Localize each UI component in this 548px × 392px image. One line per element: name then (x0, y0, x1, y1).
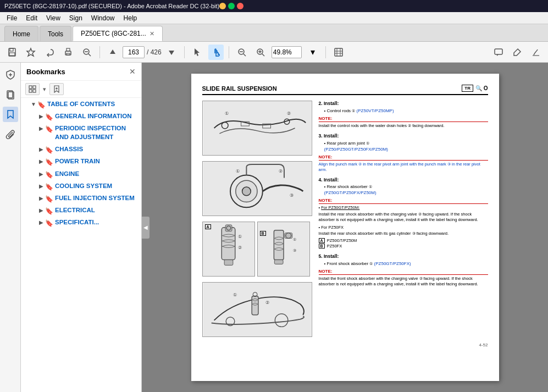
powertrain-expand-icon[interactable]: ▶ (37, 158, 45, 165)
general-expand-icon[interactable]: ▶ (37, 113, 45, 120)
sep2 (184, 46, 185, 58)
security-icon-button[interactable] (3, 67, 18, 82)
s2-note-text: Install the control rods with the water … (319, 123, 488, 129)
svg-rect-6 (67, 53, 70, 55)
hand-tool-button[interactable] (208, 45, 224, 60)
bookmark-electrical[interactable]: ▶ 🔖 ELECTRICAL (21, 204, 141, 216)
svg-rect-57 (224, 260, 233, 266)
s2-title: 2. Install: (319, 101, 488, 107)
page-number-input[interactable] (123, 46, 145, 58)
next-page-button[interactable] (164, 45, 179, 60)
chassis-expand-icon[interactable]: ▶ (37, 146, 45, 153)
engine-expand-icon[interactable]: ▶ (37, 170, 45, 178)
pdf-scroll-container[interactable]: SLIDE RAIL SUSPENSION TR 🔍 O (142, 63, 548, 392)
sidebar-collapse-button[interactable]: ◀ (142, 217, 150, 239)
page-header: SLIDE RAIL SUSPENSION TR 🔍 O (202, 85, 488, 95)
sidebar-close-button[interactable]: ✕ (129, 67, 136, 76)
bookmark-toc[interactable]: ▼ 🔖 TABLE OF CONTENTS (21, 98, 141, 110)
cooling-expand-icon[interactable]: ▶ (37, 183, 45, 190)
print-button[interactable] (60, 45, 76, 60)
bookmark-powertrain[interactable]: ▶ 🔖 POWER TRAIN (21, 155, 141, 167)
bookmark-periodic[interactable]: ▶ 🔖 PERIODIC INSPECTION AND ADJUSTMENT (21, 122, 141, 143)
highlight-button[interactable] (510, 45, 525, 60)
label-b: B (260, 231, 266, 236)
s2-note-label: NOTE: (319, 115, 488, 122)
back-button[interactable] (42, 45, 57, 60)
svg-line-14 (243, 54, 246, 56)
periodic-expand-icon[interactable]: ▶ (37, 125, 45, 132)
sep4 (325, 46, 326, 58)
search-reduce-button[interactable] (79, 45, 95, 60)
pdf-page: SLIDE RAIL SUSPENSION TR 🔍 O (191, 74, 499, 381)
svg-rect-2 (9, 53, 15, 56)
content-area: ① ② (202, 101, 488, 337)
svg-line-17 (262, 54, 264, 56)
sign-button[interactable] (528, 45, 544, 60)
bookmark-cooling[interactable]: ▶ 🔖 COOLING SYSTEM (21, 180, 141, 192)
zoom-input[interactable] (272, 46, 302, 58)
toc-expand-icon[interactable]: ▼ (30, 101, 37, 108)
spec-expand-icon[interactable]: ▶ (37, 219, 45, 227)
new-bookmark-button[interactable] (49, 83, 64, 95)
menu-window[interactable]: Window (87, 13, 119, 23)
general-label: GENERAL INFORMATION (55, 112, 138, 120)
menu-help[interactable]: Help (119, 13, 142, 23)
svg-text:②: ② (286, 111, 290, 116)
svg-marker-3 (27, 48, 35, 56)
bookmark-spec[interactable]: ▶ 🔖 SPECIFICATI... (21, 216, 141, 228)
zoom-in-button[interactable] (253, 45, 268, 60)
bookmarks-panel-button[interactable] (3, 107, 18, 122)
comment-button[interactable] (491, 45, 506, 60)
menu-edit[interactable]: Edit (21, 13, 42, 23)
drawing-front-shock: ① ② (202, 282, 312, 337)
bookmark-engine[interactable]: ▶ 🔖 ENGINE (21, 168, 141, 180)
tab-home-label: Home (13, 30, 30, 38)
engine-flag-icon: 🔖 (45, 170, 53, 178)
bookmark-chassis[interactable]: ▶ 🔖 CHASSIS (21, 143, 141, 155)
s3-note-text: Align the punch mark ② in the rear pivot… (319, 162, 488, 173)
general-flag-icon: 🔖 (45, 113, 53, 120)
svg-text:①: ① (237, 234, 241, 239)
sidebar-scroll[interactable]: ▼ 🔖 TABLE OF CONTENTS ▶ 🔖 GENERAL INFORM… (21, 98, 141, 392)
s5-title: 5. Install: (319, 253, 488, 260)
s5-item: • Front shock absorber ① (PZ50GT/PZ50FX) (324, 261, 488, 267)
bookmark-fuel[interactable]: ▶ 🔖 FUEL INJECTION SYSTEM (21, 192, 141, 204)
pages-panel-button[interactable] (3, 87, 18, 102)
drawing-rear-pivot: ① ② ③ (202, 161, 312, 216)
svg-text:③: ③ (292, 249, 296, 252)
tab-close-icon[interactable]: ✕ (150, 30, 154, 37)
tab-home[interactable]: Home (4, 26, 38, 41)
close-button[interactable] (237, 3, 243, 9)
s4-note-label: NOTE: (319, 197, 488, 204)
attachments-panel-button[interactable] (3, 126, 18, 142)
prev-page-button[interactable] (105, 45, 120, 60)
toc-label: TABLE OF CONTENTS (47, 100, 138, 108)
svg-marker-10 (110, 49, 115, 54)
zoom-dropdown-button[interactable]: ▾ (305, 45, 320, 60)
electrical-expand-icon[interactable]: ▶ (37, 207, 45, 214)
tab-tools[interactable]: Tools (40, 26, 71, 41)
menu-view[interactable]: View (42, 13, 65, 23)
bookmarks-sidebar: Bookmarks ✕ ▾ ▼ 🔖 TABLE OF CONTENTS ▶ 🔖 (21, 63, 142, 392)
tab-doc[interactable]: PZ50ETC (8GC-281... ✕ (73, 26, 163, 41)
fit-page-button[interactable] (331, 45, 346, 60)
bookmark-general[interactable]: ▶ 🔖 GENERAL INFORMATION (21, 110, 141, 122)
save-button[interactable] (4, 45, 20, 60)
maximize-button[interactable] (228, 3, 235, 9)
fuel-expand-icon[interactable]: ▶ (37, 195, 45, 202)
bookmark-star-button[interactable] (23, 45, 38, 60)
svg-text:②: ② (237, 245, 241, 250)
menu-file[interactable]: File (2, 13, 21, 23)
label-a: A (205, 224, 211, 229)
cursor-tool-button[interactable] (190, 45, 205, 60)
zoom-out-button[interactable] (234, 45, 250, 60)
svg-text:①: ① (225, 111, 229, 116)
section-5: 5. Install: • Front shock absorber ① (PZ… (319, 253, 488, 287)
svg-rect-35 (33, 90, 36, 92)
drawing-shock-a: A ① ② (202, 222, 255, 277)
svg-rect-32 (29, 86, 32, 89)
expand-all-button[interactable] (25, 83, 40, 95)
menu-sign[interactable]: Sign (65, 13, 87, 23)
sidebar-title: Bookmarks (26, 68, 65, 76)
minimize-button[interactable] (219, 3, 226, 9)
